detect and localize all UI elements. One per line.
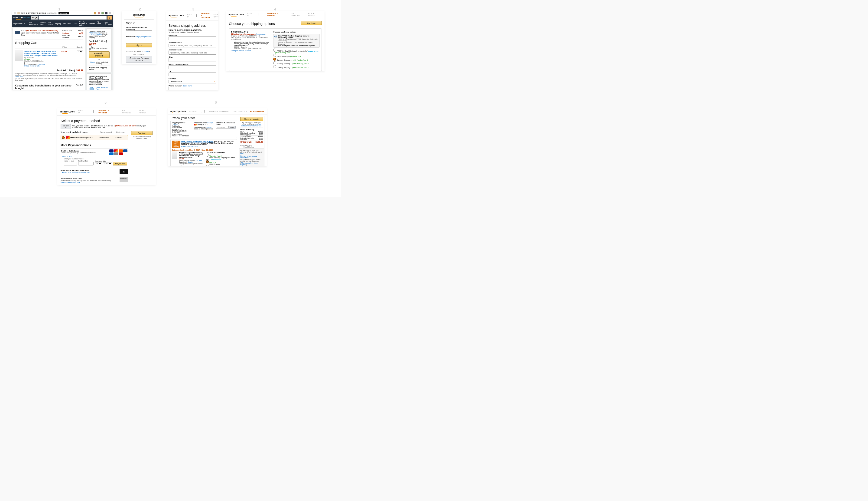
mastercard-icon	[66, 136, 70, 139]
amazon-logo[interactable]: amazon.com	[60, 110, 75, 114]
exp-month-select[interactable]: 01	[95, 162, 102, 165]
gift-icon: 🎁	[179, 166, 181, 167]
country-select[interactable]	[168, 80, 216, 83]
continue-button-top[interactable]: Continue	[301, 21, 322, 25]
cart-icon	[259, 13, 262, 16]
add-card-button[interactable]: Add your card	[113, 162, 127, 166]
cart-item-row: All-new Echo (2nd Generation) with impro…	[15, 49, 83, 68]
storecard-icon: amazon.com	[120, 177, 128, 182]
ship-opt-twoday[interactable]	[273, 61, 276, 64]
estimate-expand[interactable]: Estimate your shipping and tax⌄	[89, 65, 110, 70]
store-card-link[interactable]: Learn more and apply now	[61, 181, 111, 183]
visa-card-icon	[15, 31, 20, 34]
panel-shipping-address: amazon.com SIGN IN SHIPPING & PAYMENT GI…	[166, 11, 218, 90]
phone-input[interactable]	[168, 87, 216, 90]
change-billing-link[interactable]: Change	[206, 126, 212, 128]
fbt-image[interactable]	[89, 87, 95, 90]
state-input[interactable]	[168, 65, 216, 69]
amazon-logo[interactable]: amazon.com	[171, 110, 186, 113]
promo-code-input[interactable]	[216, 126, 229, 129]
city-input[interactable]	[168, 58, 216, 62]
product-image	[172, 151, 177, 159]
order-gift-checkbox[interactable]	[89, 45, 92, 49]
giftcard-icon: a	[120, 169, 128, 174]
nav-departments[interactable]: Departments	[13, 23, 23, 24]
save-later-link[interactable]: Save for later	[30, 65, 40, 67]
forgot-password-link[interactable]: Forgot your password?	[135, 36, 152, 38]
nav-link[interactable]: Sell	[63, 23, 66, 24]
finds-text: NEW & INTERESTING FINDS	[21, 12, 46, 14]
delivery-opt[interactable]	[206, 160, 209, 163]
amazon-logo[interactable]: amazon.com	[168, 14, 184, 18]
address1-input[interactable]	[168, 44, 216, 47]
cardnumber-input[interactable]	[78, 162, 94, 166]
gift-checkbox[interactable]	[24, 62, 28, 65]
finds-icon	[105, 12, 108, 14]
nav-prime[interactable]: Try Prime ▾	[97, 21, 102, 26]
signup-trial-link[interactable]: ▸ Sign up for a free trial	[181, 146, 235, 147]
also-bought-title: Customers who bought items in your cart …	[15, 84, 76, 90]
amazon-logo[interactable]: amazon	[13, 16, 23, 20]
gift-receipt-link[interactable]: Add a gift receipt	[182, 166, 194, 167]
change-payment-link[interactable]: Change	[207, 122, 213, 124]
ship-opt-prime[interactable]	[273, 49, 276, 52]
shield-icon	[89, 87, 95, 90]
panel-number-5: 5	[105, 100, 107, 105]
product-image[interactable]	[15, 50, 23, 61]
explore-button[interactable]: EXPLORE	[58, 12, 69, 14]
card-brand-icons	[109, 149, 128, 155]
ship-opt-standard[interactable]	[273, 57, 276, 61]
change-address-link[interactable]: Change	[172, 124, 178, 125]
nav-link[interactable]: Registry	[55, 23, 61, 24]
how-calc-link[interactable]: How are shipping costs calculated?	[240, 155, 263, 159]
visa-promo-text: Get a $50 Amazon.com Gift Card instantly…	[21, 30, 61, 36]
create-account-button[interactable]: Create your Amazon account	[126, 56, 152, 63]
qty-select[interactable]: 1	[77, 50, 83, 53]
delete-link[interactable]: Delete	[24, 65, 29, 67]
card-radio[interactable]	[62, 136, 65, 139]
checkout-step-gift: GIFT OPTIONS	[213, 14, 218, 18]
nav-orders[interactable]: Orders	[89, 23, 95, 24]
nav-lang[interactable]: EN	[75, 23, 77, 24]
place-order-button[interactable]: Place your order	[240, 117, 263, 121]
search-input[interactable]	[39, 16, 107, 20]
panel-number-1: 1	[58, 7, 61, 11]
cart-icon	[104, 22, 108, 25]
nav-link[interactable]: Help	[68, 23, 71, 24]
change-qty-link[interactable]: Change quantities or delete	[231, 50, 271, 52]
address2-input[interactable]	[168, 51, 216, 55]
ship-opt-oneday[interactable]	[273, 65, 276, 68]
amazon-logo[interactable]: amazon	[124, 12, 154, 18]
card-row[interactable]: MasterCard ending in 2873 Some Dude 07/2…	[61, 135, 128, 140]
page-title: Select a payment method	[61, 119, 153, 123]
add-card-link[interactable]: ▸ Add a Card	[62, 156, 128, 158]
chevron-down-icon: ▼	[213, 80, 215, 82]
nav-link[interactable]: Gift Cards	[48, 22, 53, 25]
zip-input[interactable]	[168, 73, 216, 76]
password-input[interactable]	[126, 38, 152, 41]
nav-link[interactable]: Today's Deals	[40, 22, 47, 25]
delivery-opt[interactable]	[206, 165, 209, 167]
cardname-input[interactable]	[64, 162, 77, 166]
item-title-link[interactable]: All-new Echo (2nd Generation) with impro…	[24, 50, 60, 58]
nav-link[interactable]: Your Amazon.com	[29, 22, 38, 25]
signin-button[interactable]: Sign in	[126, 43, 152, 47]
get50-button[interactable]: Get $50 off	[61, 124, 71, 129]
panel-number-6: 6	[215, 100, 217, 105]
enter-gc-link[interactable]: ▸ Enter a gift card or promotional code	[62, 171, 90, 173]
nav-cart[interactable]: Cart	[104, 22, 112, 25]
keep-signed-checkbox[interactable]	[126, 49, 129, 52]
search-button[interactable]	[108, 16, 112, 20]
delivery-opt[interactable]	[206, 153, 209, 157]
exp-year-select[interactable]: 2017	[103, 162, 112, 165]
email-input[interactable]	[126, 30, 152, 34]
nav-account[interactable]: Hello. Sign inAccount & Lists ▾	[79, 21, 88, 26]
ship-opt-free[interactable]	[273, 54, 276, 57]
panel-number-3: 3	[192, 7, 194, 11]
proceed-checkout-button[interactable]: Proceed to checkout	[89, 51, 110, 58]
continue-button[interactable]: Continue	[131, 131, 153, 135]
amazon-logo[interactable]: amazon.com	[229, 13, 244, 17]
fullname-input[interactable]	[168, 36, 216, 40]
search-category[interactable]: All	[31, 16, 37, 20]
apply-button[interactable]: Apply	[229, 126, 235, 129]
